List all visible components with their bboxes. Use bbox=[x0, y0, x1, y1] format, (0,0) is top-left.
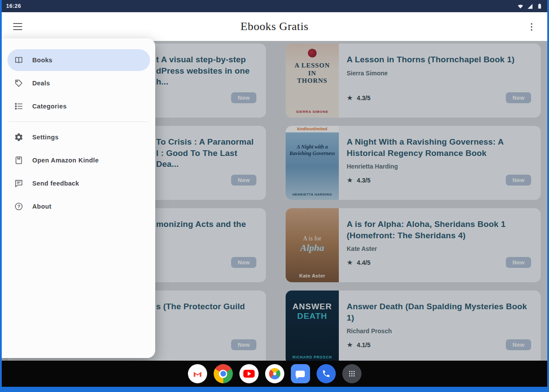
sidebar-item-label: About bbox=[32, 203, 51, 210]
sidebar-item-deals[interactable]: Deals bbox=[7, 72, 150, 94]
app-bar: Ebooks Gratis ⋮ bbox=[2, 12, 547, 41]
youtube-icon[interactable] bbox=[239, 364, 259, 383]
status-icons bbox=[517, 3, 543, 10]
wifi-icon bbox=[517, 3, 524, 10]
sidebar-item-about[interactable]: ? About bbox=[7, 196, 150, 217]
chrome-icon[interactable] bbox=[214, 364, 233, 383]
messages-icon[interactable] bbox=[291, 364, 310, 383]
phone-icon[interactable] bbox=[317, 364, 336, 383]
sidebar-item-label: Settings bbox=[32, 134, 58, 141]
menu-hamburger-icon[interactable] bbox=[13, 23, 22, 30]
sidebar-item-categories[interactable]: Categories bbox=[7, 95, 150, 117]
books-icon bbox=[14, 55, 24, 65]
page-title: Ebooks Gratis bbox=[2, 20, 547, 33]
svg-text:?: ? bbox=[17, 204, 20, 209]
tablet-screen: 16:26 Ebooks Gratis ⋮ t A visual step-by… bbox=[0, 0, 549, 392]
battery-icon bbox=[536, 3, 543, 10]
sidebar-item-label: Open Amazon Kindle bbox=[32, 157, 99, 164]
tag-icon bbox=[14, 78, 24, 88]
overflow-menu-icon[interactable]: ⋮ bbox=[527, 21, 536, 32]
frame-edge bbox=[0, 0, 2, 392]
frame-edge bbox=[547, 0, 549, 392]
sidebar-item-send-feedback[interactable]: Send feedback bbox=[7, 172, 150, 194]
kindle-book-icon bbox=[14, 155, 24, 165]
help-icon: ? bbox=[14, 202, 24, 211]
app-grid-icon[interactable] bbox=[342, 364, 361, 383]
drawer-divider bbox=[9, 122, 148, 122]
sidebar-item-open-amazon-kindle[interactable]: Open Amazon Kindle bbox=[7, 149, 150, 171]
google-photos-icon[interactable] bbox=[265, 364, 284, 383]
sidebar-item-label: Categories bbox=[32, 103, 67, 110]
status-bar: 16:26 bbox=[0, 0, 549, 12]
sidebar-item-settings[interactable]: Settings bbox=[7, 126, 150, 148]
navigation-drawer: Books Deals Categories Settings Open Ama… bbox=[2, 38, 155, 358]
cellular-signal-icon bbox=[527, 3, 533, 10]
gmail-icon[interactable] bbox=[188, 364, 207, 383]
status-time: 16:26 bbox=[6, 3, 21, 9]
sidebar-item-books[interactable]: Books bbox=[7, 49, 150, 71]
taskbar bbox=[2, 361, 547, 387]
sidebar-item-label: Deals bbox=[32, 80, 50, 87]
gear-icon bbox=[14, 132, 24, 142]
sidebar-item-label: Books bbox=[32, 57, 52, 64]
frame-edge bbox=[0, 387, 549, 392]
sidebar-item-label: Send feedback bbox=[32, 180, 79, 187]
feedback-icon bbox=[14, 179, 24, 188]
list-icon bbox=[14, 101, 24, 111]
